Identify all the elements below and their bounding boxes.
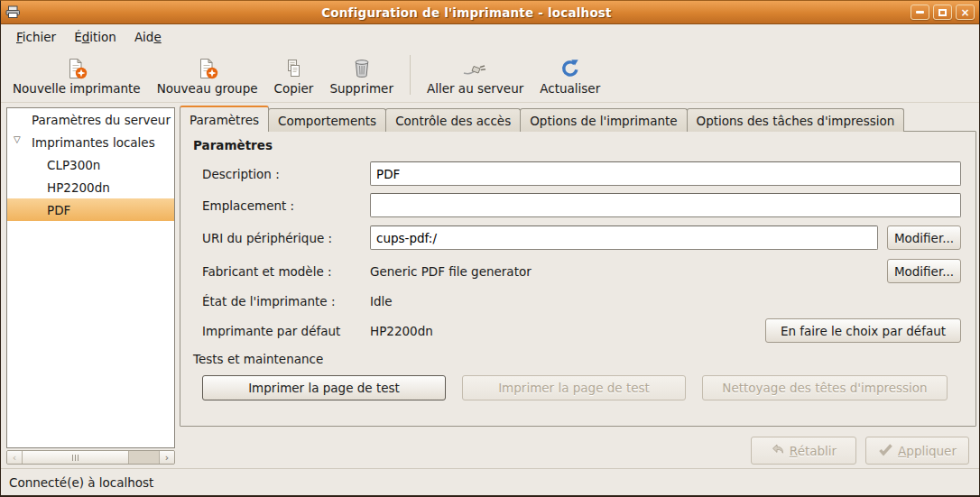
description-input[interactable]: [370, 161, 961, 186]
refresh-icon: [559, 58, 581, 79]
make-default-button[interactable]: En faire le choix par défaut: [765, 318, 961, 343]
clean-print-heads-button: Nettoyage des têtes d'impression: [702, 375, 948, 400]
tree-item-pdf[interactable]: PDF: [7, 198, 174, 221]
tests-heading: Tests et maintenance: [193, 352, 323, 366]
toolbar-label: Aller au serveur: [427, 81, 523, 96]
panel-heading: Paramètres: [193, 138, 273, 152]
menu-aide[interactable]: Aide: [125, 26, 171, 48]
toolbar-label: Nouvelle imprimante: [13, 81, 141, 96]
revert-button: Rétablir: [751, 437, 856, 465]
toolbar-separator: [410, 55, 411, 95]
device-uri-input[interactable]: [370, 225, 878, 250]
new-printer-icon: [66, 58, 88, 79]
toolbar-label: Nouveau groupe: [157, 81, 258, 96]
apply-button: Appliquer: [865, 437, 969, 465]
goto-server-icon: [462, 58, 489, 79]
description-label: Description :: [202, 167, 280, 181]
notebook-tabs: Paramètres Comportements Contrôle des ac…: [180, 106, 903, 132]
apply-icon: [878, 443, 893, 459]
print-test-page-disabled-button: Imprimer la page de test: [462, 375, 686, 400]
printer-state-value: Idle: [370, 294, 393, 308]
location-label: Emplacement :: [202, 198, 294, 213]
printer-state-label: État de l'imprimante :: [202, 294, 336, 308]
printer-tree: Paramètres du serveur ▽ Imprimantes loca…: [6, 107, 175, 448]
change-device-uri-button[interactable]: Modifier...: [887, 225, 961, 250]
scrollbar-trough[interactable]: [129, 451, 159, 464]
delete-icon: [351, 58, 373, 79]
delete-button[interactable]: Supprimer: [321, 56, 402, 97]
copy-button[interactable]: Copier: [266, 56, 322, 97]
printer-config-window: Configuration de l'imprimante - localhos…: [0, 0, 980, 497]
new-printer-button[interactable]: Nouvelle imprimante: [5, 56, 149, 97]
minimize-icon[interactable]: [911, 5, 929, 20]
menubar: Fichier Édition Aide: [1, 25, 979, 49]
tab-options-imprimante[interactable]: Options de l'imprimante: [520, 108, 687, 132]
make-model-value: Generic PDF file generator: [370, 264, 532, 279]
goto-server-button[interactable]: Aller au serveur: [419, 56, 532, 97]
tree-item-clp300n[interactable]: CLP300n: [7, 153, 174, 176]
new-group-button[interactable]: Nouveau groupe: [149, 56, 266, 97]
toolbar-label: Actualiser: [540, 81, 600, 96]
status-text: Connecté(e) à localhost: [9, 475, 153, 490]
printer-icon: [5, 5, 23, 20]
maximize-icon[interactable]: [933, 5, 952, 20]
toolbar: Nouvelle imprimante Nouveau groupe: [1, 49, 979, 103]
tab-options-taches[interactable]: Options des tâches d'impression: [687, 108, 905, 132]
scroll-right-icon[interactable]: ›: [159, 451, 174, 464]
tree-item-hp2200dn[interactable]: HP2200dn: [7, 176, 174, 198]
default-printer-value: HP2200dn: [370, 324, 433, 338]
titlebar: Configuration de l'imprimante - localhos…: [1, 1, 979, 24]
refresh-button[interactable]: Actualiser: [532, 56, 608, 97]
tab-comportements[interactable]: Comportements: [268, 108, 386, 132]
tree-item-local-printers[interactable]: ▽ Imprimantes locales: [7, 131, 174, 153]
scrollbar-thumb[interactable]: [23, 451, 129, 464]
default-printer-label: Imprimante par défaut: [202, 324, 340, 338]
expander-icon[interactable]: ▽: [14, 134, 21, 144]
close-icon[interactable]: ×: [956, 5, 975, 20]
scroll-left-icon[interactable]: ‹: [7, 451, 23, 464]
tree-item-server-settings[interactable]: Paramètres du serveur: [7, 108, 174, 131]
toolbar-label: Supprimer: [329, 81, 393, 96]
toolbar-label: Copier: [274, 81, 314, 96]
window-title: Configuration de l'imprimante - localhos…: [23, 5, 911, 20]
horizontal-scrollbar[interactable]: ‹ ›: [6, 450, 175, 465]
copy-icon: [282, 58, 304, 79]
tab-controle-acces[interactable]: Contrôle des accès: [385, 108, 521, 132]
change-make-model-button[interactable]: Modifier...: [887, 259, 961, 283]
tab-parametres[interactable]: Paramètres: [180, 106, 269, 132]
menu-fichier[interactable]: Fichier: [7, 26, 65, 48]
location-input[interactable]: [370, 193, 961, 217]
settings-panel: Paramètres Description : Emplacement : U…: [180, 131, 976, 427]
statusbar: Connecté(e) à localhost: [1, 468, 979, 495]
revert-icon: [771, 442, 785, 459]
device-uri-label: URI du périphérique :: [202, 231, 332, 245]
new-group-icon: [197, 58, 218, 79]
menu-edition[interactable]: Édition: [65, 26, 125, 48]
make-model-label: Fabricant et modèle :: [202, 264, 332, 279]
print-test-page-button[interactable]: Imprimer la page de test: [202, 375, 446, 400]
